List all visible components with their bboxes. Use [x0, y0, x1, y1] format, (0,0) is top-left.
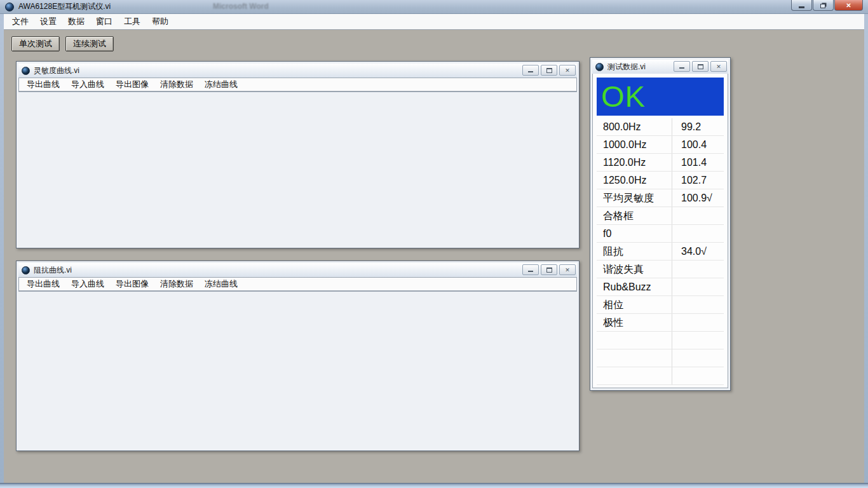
background-window-ghost-text: Microsoft Word [213, 2, 269, 11]
continuous-test-button[interactable]: 连续测试 [65, 36, 114, 51]
window-controls: ✕ [790, 0, 863, 11]
row-value [672, 207, 724, 224]
impedance-window-titlebar[interactable]: 阻抗曲线.vi ✕ [18, 263, 577, 277]
close-button[interactable]: ✕ [559, 264, 576, 275]
table-row: 极性 [597, 314, 724, 332]
row-label: 合格框 [597, 207, 672, 224]
row-label: 800.0Hz [597, 118, 672, 135]
chart-menu-item[interactable]: 清除数据 [154, 277, 199, 291]
maximize-button[interactable] [541, 264, 557, 275]
window-border-left [0, 14, 4, 488]
menu-item[interactable]: 数据 [62, 14, 90, 29]
close-button[interactable]: ✕ [834, 0, 863, 11]
sensitivity-window-title: 灵敏度曲线.vi [34, 65, 79, 76]
menu-item[interactable]: 文件 [6, 14, 34, 29]
row-value: 100.9√ [672, 189, 724, 207]
row-value: 34.0√ [672, 243, 724, 260]
chart-menu-item[interactable]: 导出图像 [110, 78, 154, 92]
chart-menu-item[interactable]: 导出曲线 [21, 277, 65, 291]
row-label: 1000.0Hz [597, 136, 672, 153]
sensitivity-chart-panel: 4560801001201402010010001000020000频率（Hz）… [18, 92, 577, 92]
impedance-window-menubar: 导出曲线导入曲线导出图像清除数据冻结曲线 [18, 277, 577, 291]
test-data-table: 800.0Hz99.21000.0Hz100.41120.0Hz101.4125… [597, 118, 724, 385]
table-row [597, 367, 724, 385]
chart-menu-item[interactable]: 冻结曲线 [199, 78, 243, 92]
minimize-icon [799, 6, 804, 8]
restore-icon [820, 4, 825, 8]
menu-item[interactable]: 工具 [118, 14, 146, 29]
sensitivity-curve-window: 灵敏度曲线.vi ✕ 导出曲线导入曲线导出图像清除数据冻结曲线 45608010… [16, 61, 580, 248]
test-data-window-titlebar[interactable]: 测试数据.vi ✕ [592, 60, 728, 74]
window-border-bottom [0, 483, 868, 488]
main-menubar: 文件设置数据窗口工具帮助 [4, 14, 864, 30]
chart-menu-item[interactable]: 导入曲线 [65, 277, 110, 291]
maximize-icon [546, 68, 552, 73]
close-icon: ✕ [716, 64, 721, 70]
impedance-window-title: 阻抗曲线.vi [34, 265, 72, 276]
row-value: 100.4 [672, 136, 724, 153]
application-window: AWA6128E型耳机测试仪.vi Microsoft Word ✕ 文件设置数… [0, 0, 868, 488]
chart-menu-item[interactable]: 导入曲线 [65, 78, 110, 92]
mdi-client-area: 单次测试 连续测试 灵敏度曲线.vi ✕ 导出曲线导入曲线导出图像清除数据冻结曲… [4, 30, 864, 483]
row-value [672, 314, 724, 331]
sensitivity-window-titlebar[interactable]: 灵敏度曲线.vi ✕ [18, 64, 577, 78]
row-label: f0 [597, 225, 672, 242]
table-row: Rub&Buzz [597, 278, 724, 296]
table-row: 800.0Hz99.2 [597, 118, 724, 136]
close-button[interactable]: ✕ [559, 65, 576, 76]
row-label [597, 349, 672, 367]
test-data-window-controls: ✕ [674, 61, 727, 72]
minimize-icon [679, 67, 684, 69]
chart-menu-item[interactable]: 清除数据 [154, 78, 199, 92]
table-row: 合格框 [597, 207, 724, 225]
row-value [672, 225, 724, 242]
window-border-right [864, 14, 868, 488]
minimize-button[interactable] [522, 264, 539, 275]
impedance-window-controls: ✕ [522, 264, 576, 275]
row-value [672, 278, 724, 295]
maximize-button[interactable] [692, 61, 709, 72]
maximize-icon [698, 64, 703, 69]
chart-menu-item[interactable]: 导出图像 [110, 277, 154, 291]
minimize-button[interactable] [522, 65, 539, 76]
row-value [672, 261, 724, 278]
menu-item[interactable]: 帮助 [146, 14, 174, 29]
minimize-icon [528, 271, 533, 272]
maximize-button[interactable] [541, 65, 557, 76]
chart-menu-item[interactable]: 冻结曲线 [199, 277, 243, 291]
sensitivity-window-controls: ✕ [522, 65, 576, 76]
vi-icon [22, 67, 30, 75]
restore-button[interactable] [813, 0, 834, 11]
impedance-curve-window: 阻抗曲线.vi ✕ 导出曲线导入曲线导出图像清除数据冻结曲线 025507510… [16, 261, 580, 451]
menu-item[interactable]: 窗口 [90, 14, 118, 29]
test-data-window: 测试数据.vi ✕ OK 800.0Hz99.21000.0Hz100.4112… [590, 57, 731, 391]
table-row: 相位 [597, 296, 724, 314]
chart-menu-item[interactable]: 导出曲线 [21, 78, 65, 92]
table-row [597, 332, 724, 349]
maximize-icon [546, 268, 552, 273]
table-row: 1250.0Hz102.7 [597, 172, 724, 189]
row-value [672, 296, 724, 313]
row-label: 相位 [597, 296, 672, 313]
minimize-button[interactable] [674, 61, 690, 72]
row-label [597, 367, 672, 384]
row-label: Rub&Buzz [597, 278, 672, 295]
row-value [672, 332, 724, 349]
close-button[interactable]: ✕ [710, 61, 727, 72]
close-icon: ✕ [565, 67, 570, 74]
status-banner: OK [597, 78, 724, 116]
table-row [597, 349, 724, 367]
window-title: AWA6128E型耳机测试仪.vi [18, 1, 111, 12]
app-icon [5, 3, 14, 11]
single-test-button[interactable]: 单次测试 [11, 36, 60, 51]
test-data-window-title: 测试数据.vi [607, 62, 646, 72]
row-label: 阻抗 [597, 243, 672, 260]
status-text: OK [597, 79, 646, 114]
row-label: 谐波失真 [597, 261, 672, 278]
minimize-button[interactable] [791, 0, 812, 11]
menu-item[interactable]: 设置 [34, 14, 62, 29]
row-label: 1250.0Hz [597, 172, 672, 189]
row-label: 极性 [597, 314, 672, 331]
window-titlebar[interactable]: AWA6128E型耳机测试仪.vi Microsoft Word ✕ [0, 0, 868, 14]
sensitivity-window-menubar: 导出曲线导入曲线导出图像清除数据冻结曲线 [18, 78, 577, 92]
